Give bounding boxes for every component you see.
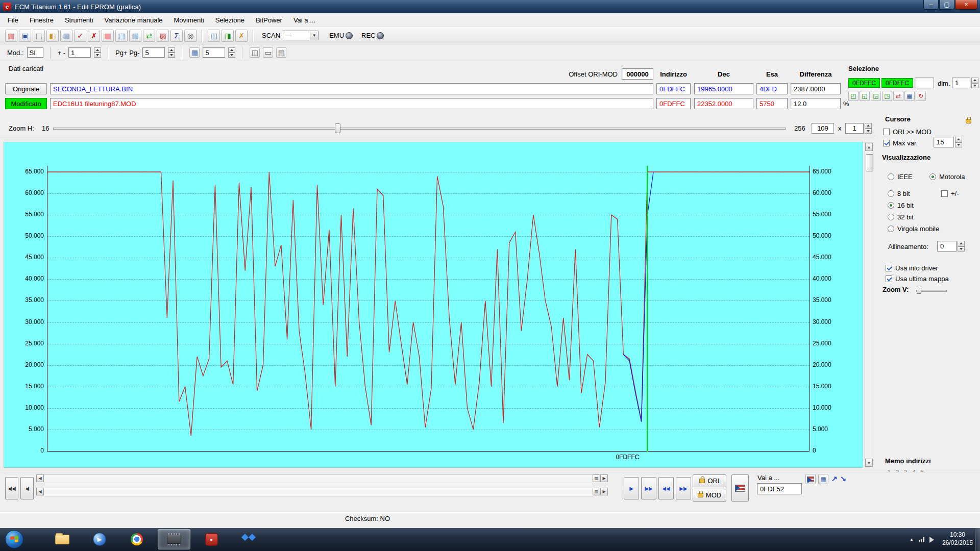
next-diff-button[interactable]: ▶ [624, 477, 639, 499]
layout-horizontal-icon[interactable]: ◫ [250, 47, 260, 58]
media-app-taskbar-button[interactable]: ● [195, 529, 228, 549]
go-down-arrow-icon[interactable]: ↘ [840, 474, 847, 484]
page-step-spinner[interactable] [168, 47, 175, 58]
eprom-graph-area[interactable]: 65.00065.00060.00060.00055.00055.00050.0… [4, 142, 863, 467]
map-icon[interactable]: ▨ [157, 30, 169, 42]
spin-down-icon[interactable] [971, 83, 978, 89]
fast-forward-button[interactable]: ▶▶ [641, 477, 656, 499]
zoom-v-slider-thumb[interactable] [917, 286, 921, 294]
motorola-radio[interactable] [929, 173, 936, 180]
dim-spinner[interactable] [971, 78, 978, 88]
menu-file[interactable]: File [2, 14, 24, 26]
arrow-left-icon[interactable]: ◀ [36, 488, 44, 495]
usa-ultima-mappa-option[interactable]: Usa ultima mappa [886, 274, 949, 283]
swap-icon[interactable]: ⇄ [143, 30, 155, 42]
ieee-option[interactable]: IEEE [888, 172, 913, 181]
spin-down-icon[interactable] [94, 53, 101, 58]
flag-small-icon[interactable] [805, 474, 816, 484]
scrollbar-track[interactable] [44, 488, 593, 496]
scrollbar-thumb[interactable] [866, 154, 873, 171]
max-var-field[interactable]: 15 [934, 137, 954, 147]
rows-spinner[interactable] [228, 47, 235, 58]
chevron-down-icon[interactable]: ▼ [310, 31, 318, 40]
go-up-arrow-icon[interactable]: ↗ [831, 474, 838, 484]
mod-lock-button[interactable]: MOD [693, 489, 726, 502]
allineamento-spinner[interactable] [958, 241, 965, 252]
ecm-titanium-taskbar-button[interactable] [158, 529, 190, 549]
select-start-icon[interactable]: ◰ [848, 91, 859, 101]
motorola-option[interactable]: Motorola [929, 172, 965, 181]
ori-mod-checkbox[interactable] [883, 129, 890, 135]
32bit-option[interactable]: 32 bit [888, 212, 914, 221]
ori-lock-button[interactable]: ORI [693, 474, 726, 487]
signed-checkbox[interactable] [941, 190, 948, 197]
8bit-radio[interactable] [888, 190, 894, 197]
ori-mod-option[interactable]: ORI >> MOD [883, 127, 932, 136]
eprom-icon[interactable]: ▦ [5, 30, 17, 42]
modificato-button[interactable]: Modificato [5, 98, 47, 109]
signed-option[interactable]: +/- [941, 189, 959, 198]
max-var-spinner[interactable] [955, 137, 962, 147]
menu-bitpower[interactable]: BitPower [250, 14, 288, 26]
multiplier-spinner[interactable] [865, 123, 872, 134]
scrollbar-track[interactable] [44, 474, 593, 483]
rows-value-field[interactable]: 5 [203, 47, 225, 58]
16bit-option[interactable]: 16 bit [888, 201, 914, 210]
page-step-field[interactable]: 5 [142, 47, 165, 58]
spin-up-icon[interactable] [228, 47, 235, 53]
table-view-icon[interactable]: ▥ [129, 30, 141, 42]
spin-down-icon[interactable] [228, 53, 235, 58]
maximize-button[interactable]: ▢ [939, 0, 954, 10]
mini-grid-icon[interactable]: ▥ [593, 474, 600, 482]
layout-vertical-icon[interactable]: ▤ [276, 47, 286, 58]
usa-ultima-mappa-checkbox[interactable] [886, 276, 892, 282]
go-end-button[interactable]: ▶▶ [676, 477, 691, 499]
spin-up-icon[interactable] [168, 47, 175, 53]
rec-led-button[interactable] [377, 32, 384, 39]
selection-extra-field[interactable] [915, 78, 934, 88]
flag-button[interactable] [731, 474, 749, 502]
virgola-mobile-option[interactable]: Virgola mobile [888, 224, 939, 233]
sum-icon[interactable]: Σ [170, 30, 183, 42]
select-block-icon[interactable]: ◲ [871, 91, 881, 101]
selection-reset-icon[interactable]: ↻ [916, 91, 926, 101]
menu-vai-a[interactable]: Vai a ... [288, 14, 321, 26]
close-button[interactable]: × [955, 0, 977, 10]
minimize-button[interactable]: – [923, 0, 939, 10]
vai-a-input[interactable]: 0FDF52 [757, 483, 802, 494]
grid-rows-icon[interactable]: ▦ [189, 47, 200, 58]
chrome-taskbar-button[interactable] [120, 529, 153, 549]
layout-mixed-icon[interactable]: ▭ [263, 47, 273, 58]
8bit-option[interactable]: 8 bit [888, 189, 910, 198]
32bit-radio[interactable] [888, 214, 894, 220]
arrow-left-icon[interactable]: ◀ [36, 474, 44, 482]
lock-icon[interactable] [966, 119, 971, 123]
rewind-button[interactable]: ◀◀ [658, 477, 674, 499]
save-icon[interactable]: ▥ [60, 30, 72, 42]
start-button[interactable] [5, 530, 23, 548]
zoom-h-slider-thumb[interactable] [335, 123, 340, 133]
table-icon[interactable]: ▤ [115, 30, 128, 42]
multiplier-field[interactable]: 1 [845, 123, 864, 134]
menu-movimenti[interactable]: Movimenti [168, 14, 210, 26]
max-var-option[interactable]: Max var. [883, 138, 918, 147]
explorer-taskbar-button[interactable] [46, 529, 79, 549]
scroll-down-icon[interactable]: ▼ [865, 459, 873, 467]
delete-icon[interactable]: ✗ [88, 30, 100, 42]
originale-button[interactable]: Originale [5, 83, 47, 94]
table-go-icon[interactable]: ▦ [818, 474, 828, 484]
virgola-mobile-radio[interactable] [888, 226, 894, 232]
spin-up-icon[interactable] [94, 47, 101, 53]
cursor-line[interactable] [647, 166, 648, 452]
mod-value-field[interactable]: SI [27, 47, 43, 58]
mini-grid-icon[interactable]: ▥ [593, 488, 600, 495]
max-var-checkbox[interactable] [883, 140, 890, 146]
hidden-icons-chevron[interactable]: ▲ [910, 537, 914, 542]
scan-select[interactable]: —▼ [282, 31, 318, 40]
16bit-radio[interactable] [888, 202, 894, 209]
chart-vertical-scrollbar[interactable]: ▲ ▼ [865, 142, 873, 467]
dropbox-taskbar-button[interactable] [232, 529, 265, 549]
menu-selezione[interactable]: Selezione [210, 14, 250, 26]
scrollbar-ori[interactable]: ◀ ▥ ▶ [36, 474, 608, 483]
network-icon[interactable] [919, 537, 924, 542]
